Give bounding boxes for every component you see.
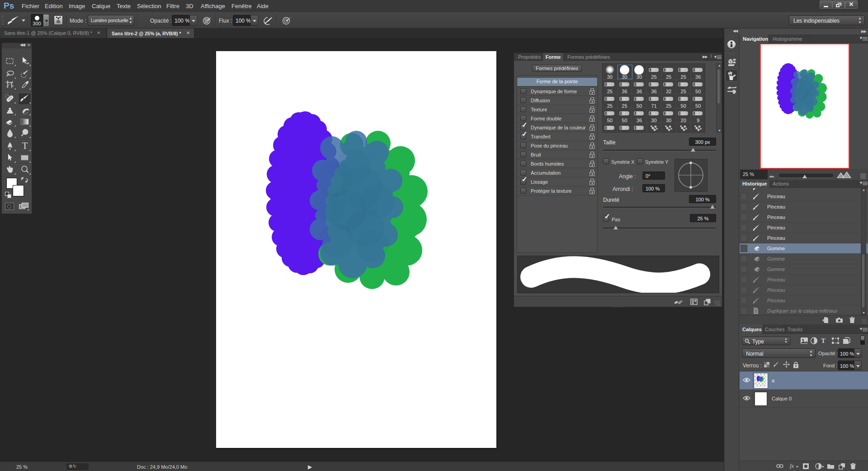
svg-text:T: T bbox=[22, 141, 28, 151]
